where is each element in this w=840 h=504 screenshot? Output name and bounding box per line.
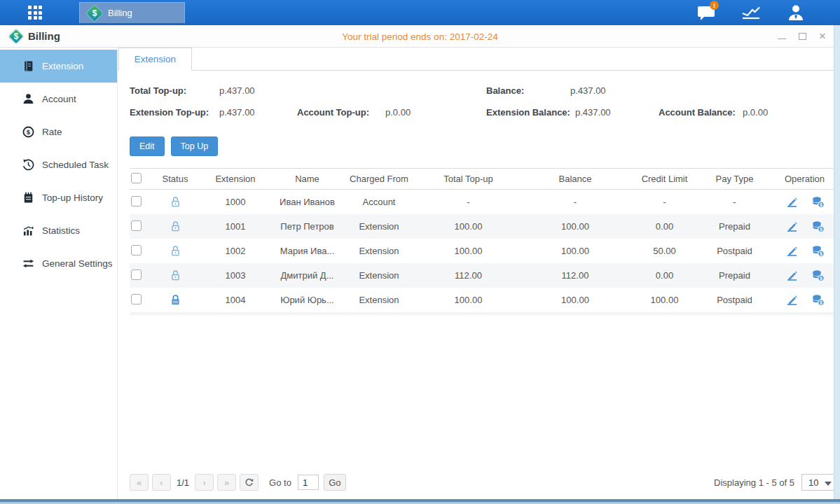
cell-charged-from: Extension <box>340 246 418 256</box>
edit-icon[interactable] <box>785 270 799 281</box>
cell-total-topup: - <box>418 197 519 207</box>
goto-page-input[interactable] <box>298 475 319 490</box>
refresh-icon <box>245 478 254 487</box>
column-header-balance: Balance <box>519 174 631 184</box>
row-checkbox[interactable] <box>131 245 142 255</box>
cell-balance: 100.00 <box>519 246 631 256</box>
extensions-table: Status Extension Name Charged From Total… <box>130 168 838 315</box>
edit-icon[interactable] <box>785 196 799 208</box>
messages-icon[interactable]: ! <box>696 4 717 22</box>
cell-balance: 100.00 <box>519 295 631 305</box>
person-silhouette-icon <box>787 4 805 21</box>
cell-status <box>153 245 197 257</box>
row-checkbox[interactable] <box>131 270 142 280</box>
billing-diamond-icon: $ <box>87 6 102 21</box>
row-checkbox[interactable] <box>131 294 142 304</box>
top-up-icon[interactable]: $ <box>811 220 825 232</box>
sidebar-item-extension[interactable]: Extension <box>0 50 117 83</box>
first-page-button[interactable]: « <box>130 474 149 491</box>
locked-icon <box>170 294 181 306</box>
next-page-button[interactable]: › <box>195 474 214 491</box>
action-buttons: Edit Top Up <box>130 136 840 156</box>
account-balance-label: Account Balance: <box>659 107 736 118</box>
page-size-select[interactable]: 10 <box>801 474 838 491</box>
person-icon <box>22 93 34 106</box>
svg-text:$: $ <box>820 276 822 281</box>
sidebar-item-general-settings[interactable]: General Settings <box>0 247 117 280</box>
tab-extension[interactable]: Extension <box>118 48 192 71</box>
balance-value: p.437.00 <box>570 85 606 96</box>
column-header-operation: Operation <box>771 174 838 184</box>
sidebar-item-account[interactable]: Account <box>0 83 117 115</box>
close-icon[interactable]: × <box>818 31 827 41</box>
cell-charged-from: Extension <box>340 295 418 305</box>
last-page-button[interactable]: » <box>217 474 236 491</box>
column-header-charged-from: Charged From <box>340 174 418 184</box>
table-header: Status Extension Name Charged From Total… <box>130 168 838 190</box>
sidebar-item-scheduled-task[interactable]: Scheduled Task <box>0 148 117 181</box>
reports-chart-icon[interactable] <box>741 4 762 22</box>
cell-credit-limit: 0.00 <box>631 221 698 232</box>
refresh-button[interactable] <box>240 474 259 491</box>
table-row: 1004Юрий Юрь...Extension100.00100.00100.… <box>130 288 838 312</box>
cell-credit-limit: 0.00 <box>631 270 698 281</box>
cell-balance: 100.00 <box>519 221 631 232</box>
bar-chart-icon <box>22 225 34 237</box>
edit-icon[interactable] <box>785 245 799 257</box>
table-row: 1002Мария Ива...Extension100.00100.0050.… <box>130 239 838 263</box>
edit-icon[interactable] <box>785 220 799 232</box>
top-up-button[interactable]: Top Up <box>171 136 219 156</box>
edit-icon[interactable] <box>785 294 799 306</box>
sidebar-item-label: Extension <box>42 61 83 71</box>
cell-name: Иван Иванов <box>274 197 340 207</box>
row-checkbox[interactable] <box>131 220 142 231</box>
cell-status <box>153 196 197 208</box>
pagination-bar: « ‹ 1/1 › » Go to Go Displaying 1 - 5 of… <box>130 474 838 491</box>
row-checkbox[interactable] <box>131 196 142 206</box>
go-button[interactable]: Go <box>324 474 346 491</box>
column-header-total-topup: Total Top-up <box>418 174 519 184</box>
cell-pay-type: - <box>698 197 771 207</box>
column-header-credit-limit: Credit Limit <box>631 174 698 184</box>
total-topup-value: p.437.00 <box>219 85 255 96</box>
user-account-icon[interactable] <box>785 4 806 22</box>
app-grid-icon[interactable] <box>28 6 46 20</box>
top-up-icon[interactable]: $ <box>811 294 825 306</box>
app-body: Extension Account $ Rate Scheduled Task … <box>0 48 834 499</box>
extension-balance-label: Extension Balance: <box>486 107 570 118</box>
sidebar-item-rate[interactable]: $ Rate <box>0 115 117 148</box>
cell-name: Мария Ива... <box>274 246 340 256</box>
column-header-status: Status <box>153 174 197 184</box>
cell-operation: $ <box>771 245 838 257</box>
sidebar-item-statistics[interactable]: Statistics <box>0 214 117 247</box>
top-up-icon[interactable]: $ <box>811 245 825 257</box>
cell-status <box>153 294 197 306</box>
cell-charged-from: Account <box>340 197 418 207</box>
edit-button[interactable]: Edit <box>130 136 165 156</box>
account-topup-label: Account Top-up: <box>297 107 369 118</box>
extension-topup-value: p.437.00 <box>219 107 255 118</box>
table-body: 1000Иван ИвановAccount----$1001Петр Петр… <box>130 190 838 312</box>
cell-operation: $ <box>771 270 838 281</box>
extension-balance-value: p.437.00 <box>575 107 611 118</box>
sidebar-item-topup-history[interactable]: Top-up History <box>0 181 117 214</box>
taskbar-tab-billing[interactable]: $ Billing <box>79 2 185 23</box>
window-right-edge <box>834 25 840 499</box>
page-indicator: 1/1 <box>177 477 189 488</box>
top-up-icon[interactable]: $ <box>811 270 825 281</box>
main-panel: Extension Total Top-up: p.437.00 Balance… <box>118 48 840 499</box>
top-up-icon[interactable]: $ <box>811 196 825 208</box>
window-title: Billing <box>28 30 60 42</box>
select-all-checkbox[interactable] <box>131 173 142 183</box>
total-topup-label: Total Top-up: <box>130 85 186 96</box>
maximize-icon[interactable] <box>797 31 807 41</box>
cell-operation: $ <box>771 220 838 232</box>
taskbar-tab-label: Billing <box>108 8 132 18</box>
minimize-icon[interactable] <box>777 31 787 41</box>
prev-page-button[interactable]: ‹ <box>152 474 171 491</box>
table-bottom-border <box>130 312 838 315</box>
cell-total-topup: 100.00 <box>418 221 519 232</box>
cell-status <box>153 220 197 232</box>
svg-text:$: $ <box>820 300 822 306</box>
table-row: 1000Иван ИвановAccount----$ <box>130 190 838 214</box>
